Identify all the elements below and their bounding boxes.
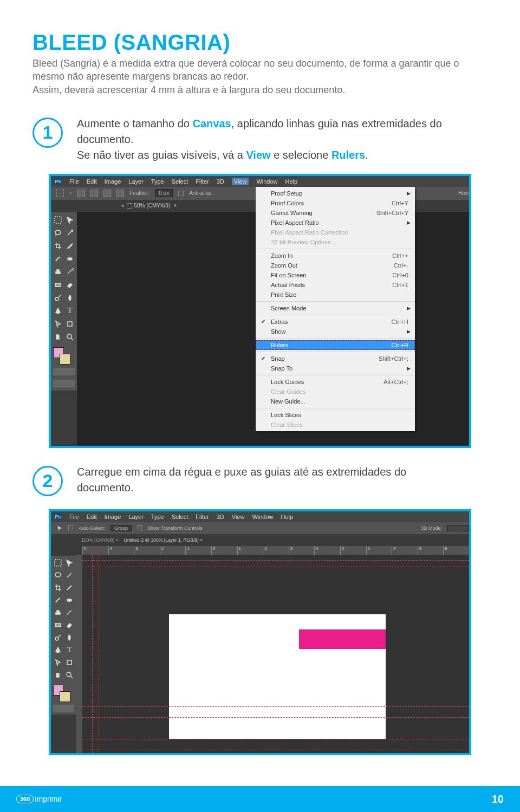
view-menu-item[interactable]: Zoom InCtrl++: [256, 251, 415, 261]
move-tool-icon[interactable]: [64, 558, 74, 568]
guide-horizontal[interactable]: [82, 739, 469, 739]
menu-help[interactable]: Help: [285, 178, 298, 185]
brush-tool-icon[interactable]: [53, 254, 63, 264]
view-menu-item[interactable]: ExtrasCtrl+H: [256, 317, 415, 327]
menu-window[interactable]: Window: [252, 514, 273, 520]
guide-vertical[interactable]: [99, 555, 99, 753]
menu-3d[interactable]: 3D: [217, 514, 224, 520]
vertical-ruler[interactable]: [76, 555, 82, 753]
view-menu-item[interactable]: Lock Slices: [256, 410, 415, 420]
menu-select[interactable]: Select: [172, 178, 188, 185]
pen-tool-icon[interactable]: [53, 645, 63, 655]
crop-tool-icon[interactable]: [53, 583, 63, 593]
path-select-icon[interactable]: [53, 319, 63, 329]
antialias-checkbox[interactable]: [178, 191, 184, 196]
history-brush-icon[interactable]: [64, 608, 74, 618]
document-tab[interactable]: 50% (CMYK/8): [134, 203, 171, 209]
quickmask-icon[interactable]: [53, 368, 75, 375]
hand-tool-icon[interactable]: [53, 332, 63, 342]
menu-layer[interactable]: Layer: [128, 178, 144, 185]
dodge-tool-icon[interactable]: [53, 293, 63, 303]
type-tool-icon[interactable]: T: [65, 306, 75, 316]
screenmode-icon[interactable]: [53, 380, 75, 387]
view-menu-item[interactable]: Screen Mode▶: [256, 303, 415, 313]
history-brush-icon[interactable]: [65, 267, 75, 277]
healing-tool-icon[interactable]: [65, 254, 75, 264]
opt-icon[interactable]: [77, 190, 85, 197]
view-menu-item[interactable]: Zoom OutCtrl+-: [256, 261, 415, 270]
menu-image[interactable]: Image: [105, 178, 121, 185]
view-menu-item[interactable]: Proof ColorsCtrl+Y: [256, 198, 415, 208]
menu-layer[interactable]: Layer: [128, 514, 144, 520]
color-swatches[interactable]: [53, 685, 70, 702]
quickmask-icon[interactable]: [53, 705, 74, 712]
guide-horizontal[interactable]: [82, 560, 469, 561]
wand-tool-icon[interactable]: [65, 228, 75, 238]
eyedropper-tool-icon[interactable]: [64, 583, 74, 593]
view-menu-item[interactable]: Lock GuidesAlt+Ctrl+;: [256, 377, 415, 387]
healing-tool-icon[interactable]: [64, 595, 74, 605]
guide-horizontal[interactable]: [82, 567, 469, 567]
guide-horizontal[interactable]: [82, 706, 469, 707]
document-tab-1[interactable]: 100% (CMYK/8) ×: [81, 537, 119, 543]
view-menu-item[interactable]: SnapShift+Ctrl+;: [256, 354, 415, 363]
view-menu-item[interactable]: New Guide...: [256, 397, 415, 406]
lasso-tool-icon[interactable]: [53, 228, 63, 238]
marquee-icon[interactable]: [56, 190, 64, 197]
guide-horizontal[interactable]: [82, 717, 469, 718]
menu-type[interactable]: Type: [151, 178, 164, 185]
tab-close-icon[interactable]: ×: [173, 203, 177, 209]
pen-tool-icon[interactable]: [53, 306, 63, 316]
brush-tool-icon[interactable]: [53, 595, 63, 605]
wand-tool-icon[interactable]: [64, 570, 74, 580]
dodge-tool-icon[interactable]: [53, 633, 63, 642]
menu-edit[interactable]: Edit: [87, 514, 97, 520]
eraser-tool-icon[interactable]: [65, 280, 75, 290]
view-menu-item[interactable]: Gamut WarningShift+Ctrl+Y: [256, 208, 415, 218]
stamp-tool-icon[interactable]: [53, 608, 63, 618]
feather-input[interactable]: 0 px: [155, 189, 173, 197]
zoom-tool-icon[interactable]: [64, 670, 74, 680]
color-swatches[interactable]: [53, 347, 70, 365]
menu-file[interactable]: File: [69, 514, 79, 520]
view-menu-item[interactable]: Fit on ScreenCtrl+0: [256, 270, 415, 280]
guide-vertical[interactable]: [92, 555, 93, 753]
menu-file[interactable]: File: [69, 178, 79, 185]
blur-tool-icon[interactable]: [64, 633, 74, 642]
opt-icon[interactable]: [116, 190, 124, 197]
menu-filter[interactable]: Filter: [196, 178, 209, 185]
eraser-tool-icon[interactable]: [64, 620, 74, 630]
path-select-icon[interactable]: [53, 658, 63, 667]
view-menu-item[interactable]: RulersCtrl+R: [256, 340, 415, 350]
autoselect-checkbox[interactable]: [68, 525, 73, 530]
guide-horizontal[interactable]: [82, 750, 469, 750]
menu-3d[interactable]: 3D: [217, 178, 224, 185]
marquee-tool-icon[interactable]: [53, 558, 63, 568]
menu-help[interactable]: Help: [281, 514, 294, 520]
lasso-tool-icon[interactable]: [53, 570, 63, 580]
horizontal-ruler[interactable]: 543210123456789: [82, 546, 469, 555]
menu-image[interactable]: Image: [105, 514, 121, 520]
gradient-tool-icon[interactable]: [53, 280, 63, 290]
view-menu-item[interactable]: Show▶: [256, 327, 415, 336]
crop-tool-icon[interactable]: [53, 241, 63, 251]
view-menu-item[interactable]: Actual PixelsCtrl+1: [256, 280, 415, 290]
shape-tool-icon[interactable]: [64, 658, 74, 667]
document-tab-2[interactable]: Untitled-2 @ 100% (Layer 1, RGB/8) ×: [124, 537, 203, 543]
view-menu-item[interactable]: Print Size: [256, 290, 415, 300]
view-menu-item[interactable]: Pixel Aspect Ratio▶: [256, 218, 415, 228]
gradient-tool-icon[interactable]: [53, 620, 63, 630]
type-tool-icon[interactable]: T: [64, 645, 74, 655]
zoom-tool-icon[interactable]: [65, 332, 75, 342]
menu-view[interactable]: View: [232, 178, 249, 185]
3dmode-widget[interactable]: [447, 525, 469, 531]
eyedropper-tool-icon[interactable]: [65, 241, 75, 251]
menu-filter[interactable]: Filter: [196, 514, 209, 520]
view-menu-item[interactable]: Snap To▶: [256, 363, 415, 373]
menu-edit[interactable]: Edit: [87, 178, 97, 185]
transform-checkbox[interactable]: [137, 525, 142, 530]
opt-icon[interactable]: [90, 190, 98, 197]
hand-tool-icon[interactable]: [53, 670, 63, 680]
blur-tool-icon[interactable]: [65, 293, 75, 303]
shape-tool-icon[interactable]: [65, 319, 75, 329]
